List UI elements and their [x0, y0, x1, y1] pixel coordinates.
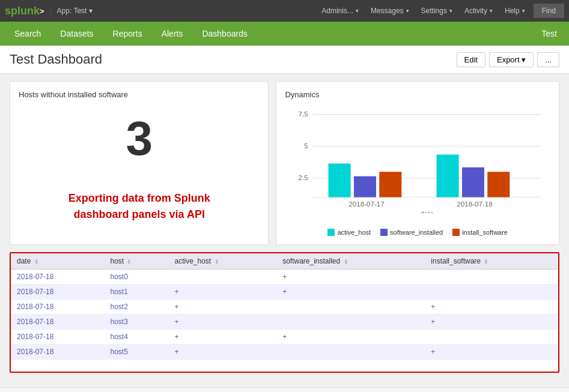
table-spacer [11, 360, 558, 372]
table-row: 2018-07-18host4++ [11, 330, 558, 345]
legend-install-software-label: install_software [462, 229, 508, 236]
svg-text:2018-07-17: 2018-07-17 [349, 200, 385, 208]
app-name[interactable]: App: Test ▾ [50, 7, 93, 15]
col-date[interactable]: date ⇕ [11, 253, 104, 270]
cell-host: host0 [104, 270, 168, 285]
svg-text:2018-07-18: 2018-07-18 [457, 200, 493, 208]
page-header: Test Dashboard Edit Export ▾ ... [0, 46, 569, 74]
cell-active_host: + [168, 330, 276, 345]
second-navigation: Search Datasets Reports Alerts Dashboard… [0, 22, 569, 46]
svg-text:7.5: 7.5 [299, 110, 308, 118]
cell-active_host: + [168, 315, 276, 330]
cell-software_installed: + [276, 330, 425, 345]
find-button[interactable]: Find [534, 4, 564, 18]
nav-dashboards[interactable]: Dashboards [192, 22, 257, 46]
table-row: 2018-07-18host1++ [11, 285, 558, 300]
cell-install_software: + [425, 300, 558, 315]
messages-menu[interactable]: Messages▾ [365, 0, 415, 22]
legend-active-host: active_host [327, 229, 371, 236]
svg-rect-12 [488, 172, 510, 197]
svg-text:2.5: 2.5 [299, 173, 308, 181]
chart-legend: active_host software_installed install_s… [285, 229, 550, 236]
cell-active_host: + [168, 285, 276, 300]
cell-install_software: + [425, 315, 558, 330]
admin-menu[interactable]: Adminis...▾ [315, 0, 365, 22]
cell-host: host2 [104, 300, 168, 315]
cell-date: 2018-07-18 [11, 270, 104, 285]
cell-active_host: + [168, 345, 276, 360]
dynamics-panel: Dynamics 7.5 5 2.5 [276, 81, 559, 245]
cell-software_installed [276, 300, 425, 315]
cell-host: host5 [104, 345, 168, 360]
cell-software_installed [276, 345, 425, 360]
svg-rect-10 [437, 155, 459, 198]
col-software-installed[interactable]: software_installed ⇕ [276, 253, 425, 270]
legend-active-host-label: active_host [337, 229, 371, 236]
svg-text:5: 5 [305, 142, 308, 149]
cell-active_host [168, 270, 276, 285]
svg-rect-7 [329, 163, 351, 197]
chart-area: 7.5 5 2.5 [285, 105, 550, 225]
cell-install_software [425, 270, 558, 285]
cell-host: host4 [104, 330, 168, 345]
cell-install_software [425, 330, 558, 345]
nav-reports[interactable]: Reports [103, 22, 152, 46]
cell-software_installed [276, 315, 425, 330]
edit-button[interactable]: Edit [457, 52, 485, 67]
table-body: 2018-07-18host0+2018-07-18host1++2018-07… [11, 270, 558, 360]
chart-svg: 7.5 5 2.5 [285, 105, 550, 213]
cell-active_host: + [168, 300, 276, 315]
table-panel: date ⇕ host ⇕ active_host ⇕ software_ins… [10, 252, 559, 373]
top-navigation: splunk> App: Test ▾ Adminis...▾ Messages… [0, 0, 569, 22]
cell-install_software: + [425, 345, 558, 360]
user-label: Test [541, 29, 564, 38]
cell-host: host1 [104, 285, 168, 300]
footer: About Support File a Bug Documentation P… [0, 387, 569, 392]
dynamics-panel-title: Dynamics [285, 90, 550, 99]
table-row: 2018-07-18host0+ [11, 270, 558, 285]
legend-install-software: install_software [452, 229, 508, 236]
export-text: Exporting data from Splunk dashboard pan… [19, 190, 260, 223]
table-row: 2018-07-18host3++ [11, 315, 558, 330]
nav-datasets[interactable]: Datasets [50, 22, 103, 46]
svg-rect-9 [380, 172, 402, 197]
svg-rect-8 [354, 176, 376, 198]
help-menu[interactable]: Help▾ [499, 0, 531, 22]
hosts-panel-title: Hosts without installed software [19, 90, 260, 99]
page-title: Test Dashboard [10, 52, 457, 67]
table-row: 2018-07-18host2++ [11, 300, 558, 315]
legend-software-installed: software_installed [380, 229, 443, 236]
nav-search[interactable]: Search [5, 22, 50, 46]
cell-date: 2018-07-18 [11, 315, 104, 330]
cell-date: 2018-07-18 [11, 330, 104, 345]
settings-menu[interactable]: Settings▾ [415, 0, 458, 22]
table-header-row: date ⇕ host ⇕ active_host ⇕ software_ins… [11, 253, 558, 270]
cell-date: 2018-07-18 [11, 285, 104, 300]
splunk-logo: splunk> [5, 5, 44, 17]
col-active-host[interactable]: active_host ⇕ [168, 253, 276, 270]
big-number: 3 [19, 105, 260, 184]
panels-row: Hosts without installed software 3 Expor… [10, 81, 559, 245]
cell-host: host3 [104, 315, 168, 330]
header-actions: Edit Export ▾ ... [457, 52, 559, 67]
cell-software_installed: + [276, 285, 425, 300]
nav-alerts[interactable]: Alerts [152, 22, 193, 46]
svg-rect-11 [462, 167, 484, 198]
cell-date: 2018-07-18 [11, 300, 104, 315]
export-button[interactable]: Export ▾ [489, 52, 534, 67]
cell-software_installed: + [276, 270, 425, 285]
table-row: 2018-07-18host5++ [11, 345, 558, 360]
col-install-software[interactable]: install_software ⇕ [425, 253, 558, 270]
data-table: date ⇕ host ⇕ active_host ⇕ software_ins… [11, 253, 558, 360]
activity-menu[interactable]: Activity▾ [458, 0, 499, 22]
col-host[interactable]: host ⇕ [104, 253, 168, 270]
legend-software-installed-label: software_installed [390, 229, 443, 236]
svg-text:date: date [421, 210, 434, 213]
cell-install_software [425, 285, 558, 300]
hosts-panel: Hosts without installed software 3 Expor… [10, 81, 269, 245]
main-content: Hosts without installed software 3 Expor… [0, 74, 569, 387]
cell-date: 2018-07-18 [11, 345, 104, 360]
more-button[interactable]: ... [537, 52, 559, 67]
